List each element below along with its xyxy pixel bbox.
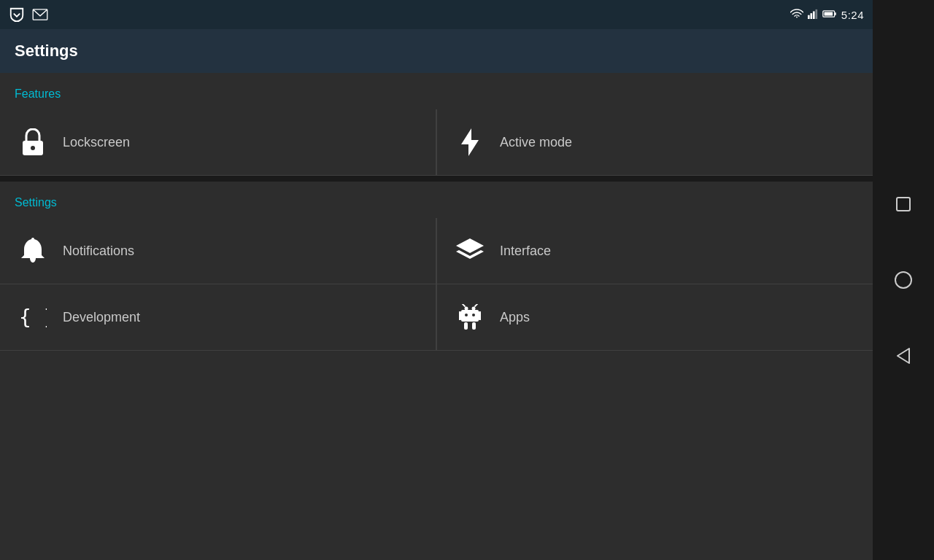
svg-marker-26 (898, 349, 909, 363)
svg-marker-10 (461, 128, 479, 156)
lock-icon (15, 124, 51, 160)
svg-point-19 (472, 314, 475, 316)
settings-row-2: { } Development (0, 284, 873, 351)
pocket-icon (9, 7, 25, 23)
signal-icon (808, 8, 818, 22)
settings-section: Settings Notifications (0, 182, 873, 351)
app-bar: Settings (0, 29, 873, 73)
apps-label: Apps (500, 310, 530, 325)
svg-point-14 (465, 307, 468, 311)
features-menu-row: Lockscreen Active mode (0, 109, 873, 176)
lockscreen-item[interactable]: Lockscreen (0, 109, 436, 175)
svg-text:{ }: { } (19, 307, 47, 327)
svg-line-17 (475, 304, 478, 306)
active-mode-label: Active mode (500, 135, 572, 150)
battery-icon (822, 9, 837, 21)
svg-rect-21 (472, 322, 476, 330)
features-section: Features Lockscreen (0, 73, 873, 176)
settings-row-1: Notifications Interface (0, 218, 873, 284)
status-bar-right: 5:24 (790, 8, 864, 22)
settings-section-header: Settings (0, 182, 873, 218)
svg-rect-7 (835, 12, 836, 15)
notifications-item[interactable]: Notifications (0, 218, 436, 284)
svg-point-18 (465, 314, 468, 316)
code-icon: { } (15, 299, 51, 335)
section-divider (0, 176, 873, 182)
recents-button[interactable] (887, 188, 919, 220)
email-icon (32, 9, 48, 20)
svg-rect-6 (824, 12, 833, 15)
time-display: 5:24 (841, 9, 864, 21)
main-content: 5:24 Settings Features Loc (0, 0, 873, 560)
status-bar-left (9, 7, 48, 23)
notifications-label: Notifications (63, 244, 134, 259)
app-bar-title: Settings (15, 42, 78, 61)
svg-point-15 (472, 307, 476, 311)
content-area: Features Lockscreen (0, 73, 873, 560)
svg-rect-1 (808, 15, 810, 18)
svg-rect-3 (813, 11, 815, 19)
svg-rect-23 (478, 311, 481, 320)
svg-rect-4 (815, 9, 817, 18)
back-button[interactable] (887, 340, 919, 372)
bolt-icon (452, 124, 488, 160)
svg-rect-20 (464, 322, 468, 330)
home-button[interactable] (887, 264, 919, 296)
svg-line-16 (462, 304, 465, 306)
svg-rect-24 (897, 198, 910, 211)
svg-rect-22 (459, 311, 462, 320)
lockscreen-label: Lockscreen (63, 135, 130, 150)
development-item[interactable]: { } Development (0, 284, 436, 350)
svg-rect-2 (810, 13, 812, 19)
android-icon (452, 299, 488, 335)
status-bar: 5:24 (0, 0, 873, 29)
svg-point-9 (31, 146, 35, 150)
nav-bar (873, 0, 934, 560)
development-label: Development (63, 310, 140, 325)
features-section-header: Features (0, 73, 873, 109)
apps-item[interactable]: Apps (437, 284, 873, 350)
active-mode-item[interactable]: Active mode (437, 109, 873, 175)
interface-label: Interface (500, 244, 551, 259)
bell-icon (15, 233, 51, 269)
layers-icon (452, 233, 488, 269)
wifi-icon (790, 8, 803, 22)
svg-point-25 (895, 272, 911, 288)
interface-item[interactable]: Interface (437, 218, 873, 284)
